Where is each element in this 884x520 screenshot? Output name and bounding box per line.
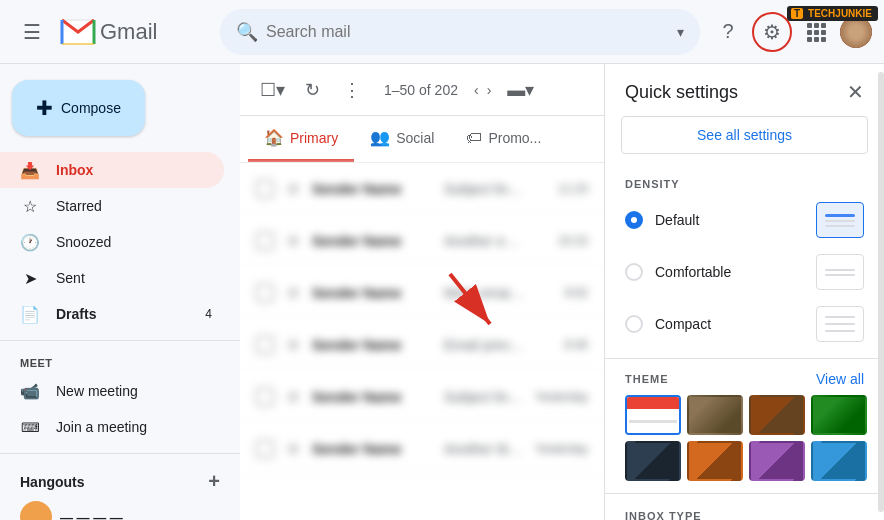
prev-page-button[interactable]: ‹ bbox=[474, 82, 479, 98]
sidebar-item-sent[interactable]: ➤ Sent bbox=[0, 260, 224, 296]
tab-social[interactable]: 👥 Social bbox=[354, 116, 450, 162]
density-comfortable-label: Comfortable bbox=[655, 264, 731, 280]
sent-label: Sent bbox=[56, 270, 85, 286]
search-icon: 🔍 bbox=[236, 21, 258, 43]
sidebar-item-new-meeting[interactable]: 📹 New meeting bbox=[0, 373, 224, 409]
preview-line-thin bbox=[825, 274, 855, 276]
starred-icon: ☆ bbox=[20, 197, 40, 216]
join-meeting-label: Join a meeting bbox=[56, 419, 147, 435]
gmail-m-icon bbox=[60, 14, 96, 50]
hangouts-avatar bbox=[20, 501, 52, 520]
density-compact-radio[interactable] bbox=[625, 315, 643, 333]
theme-line bbox=[629, 420, 677, 423]
tab-promotions[interactable]: 🏷 Promo... bbox=[450, 117, 557, 162]
email-row[interactable]: ☆ Sender Name Subject line preview text … bbox=[240, 371, 604, 423]
snoozed-label: Snoozed bbox=[56, 234, 111, 250]
help-button[interactable]: ? bbox=[708, 12, 748, 52]
density-comfortable-radio[interactable] bbox=[625, 263, 643, 281]
theme-top-bar bbox=[627, 397, 679, 409]
theme-body bbox=[627, 409, 679, 433]
email-row[interactable]: ☆ Sender Name Subject line preview text … bbox=[240, 163, 604, 215]
density-section-label: DENSITY bbox=[605, 170, 884, 194]
theme-green-thumb[interactable] bbox=[811, 395, 867, 435]
theme-dark-thumb[interactable] bbox=[625, 441, 681, 481]
snoozed-icon: 🕐 bbox=[20, 233, 40, 252]
email-row[interactable]: ☆ Sender Name Another email preview text… bbox=[240, 215, 604, 267]
techjunkie-badge: T TECHJUNKIE bbox=[787, 6, 878, 21]
theme-header: THEME View all bbox=[625, 371, 864, 387]
inbox-icon: 📥 bbox=[20, 161, 40, 180]
sidebar-item-starred[interactable]: ☆ Starred bbox=[0, 188, 224, 224]
sidebar-divider bbox=[0, 340, 240, 341]
hamburger-icon: ☰ bbox=[23, 20, 41, 44]
qs-divider bbox=[605, 358, 884, 359]
email-row[interactable]: ☆ Sender Name Another blurred email subj… bbox=[240, 423, 604, 475]
sent-icon: ➤ bbox=[20, 269, 40, 288]
density-default-radio[interactable] bbox=[625, 211, 643, 229]
sidebar-item-join-meeting[interactable]: ⌨ Join a meeting bbox=[0, 409, 224, 445]
drafts-label: Drafts bbox=[56, 306, 96, 322]
sidebar-item-inbox[interactable]: 📥 Inbox bbox=[0, 152, 224, 188]
search-input[interactable] bbox=[266, 23, 669, 41]
svg-rect-2 bbox=[821, 23, 826, 28]
preview-line-2 bbox=[825, 323, 855, 325]
hangouts-add-button[interactable]: + bbox=[208, 470, 220, 493]
sidebar: ✚ Compose 📥 Inbox ☆ Starred 🕐 Snoozed ➤ … bbox=[0, 64, 240, 520]
see-all-settings-button[interactable]: See all settings bbox=[621, 116, 868, 154]
svg-rect-1 bbox=[814, 23, 819, 28]
preview-line-3 bbox=[825, 330, 855, 332]
sidebar-divider-2 bbox=[0, 453, 240, 454]
new-meeting-label: New meeting bbox=[56, 383, 138, 399]
density-option-compact[interactable]: Compact bbox=[605, 298, 884, 350]
theme-orange-thumb[interactable] bbox=[687, 441, 743, 481]
apps-grid-icon bbox=[806, 22, 826, 42]
sidebar-item-snoozed[interactable]: 🕐 Snoozed bbox=[0, 224, 224, 260]
density-option-default[interactable]: Default bbox=[605, 194, 884, 246]
scrollbar[interactable] bbox=[878, 72, 884, 512]
theme-chess-thumb[interactable] bbox=[687, 395, 743, 435]
inbox-type-label: INBOX TYPE bbox=[605, 502, 884, 520]
more-options-button[interactable]: ⋮ bbox=[336, 74, 368, 106]
sidebar-item-drafts[interactable]: 📄 Drafts 4 bbox=[0, 296, 224, 332]
theme-grid bbox=[625, 395, 864, 481]
hangouts-username: — — — — bbox=[60, 510, 123, 521]
view-toggle-button[interactable]: ▬▾ bbox=[507, 79, 534, 101]
email-rows: ☆ Sender Name Subject line preview text … bbox=[240, 163, 604, 475]
quick-settings-close-button[interactable]: ✕ bbox=[847, 80, 864, 104]
settings-icon: ⚙ bbox=[763, 20, 781, 44]
email-row[interactable]: ☆ Sender Name More email content preview… bbox=[240, 267, 604, 319]
quick-settings-title: Quick settings bbox=[625, 82, 738, 103]
select-all-checkbox[interactable]: ☐▾ bbox=[256, 74, 288, 106]
hangouts-label: Hangouts bbox=[20, 474, 85, 490]
refresh-button[interactable]: ↻ bbox=[296, 74, 328, 106]
theme-blue-thumb[interactable] bbox=[811, 441, 867, 481]
theme-default-thumb[interactable] bbox=[625, 395, 681, 435]
svg-rect-6 bbox=[807, 37, 812, 42]
density-default-label: Default bbox=[655, 212, 699, 228]
svg-rect-3 bbox=[807, 30, 812, 35]
starred-label: Starred bbox=[56, 198, 102, 214]
tj-t-icon: T bbox=[791, 8, 803, 19]
next-page-button[interactable]: › bbox=[487, 82, 492, 98]
topbar: ☰ Gmail 🔍 ▾ ? ⚙ bbox=[0, 0, 884, 64]
search-bar[interactable]: 🔍 ▾ bbox=[220, 9, 700, 55]
preview-line-thin bbox=[825, 220, 855, 222]
view-all-themes-link[interactable]: View all bbox=[816, 371, 864, 387]
compose-button[interactable]: ✚ Compose bbox=[12, 80, 145, 136]
svg-rect-0 bbox=[807, 23, 812, 28]
theme-purple-thumb[interactable] bbox=[749, 441, 805, 481]
topbar-left: ☰ Gmail bbox=[12, 12, 212, 52]
svg-rect-5 bbox=[821, 30, 826, 35]
primary-tab-label: Primary bbox=[290, 130, 338, 146]
gmail-logo: Gmail bbox=[60, 14, 157, 50]
tab-primary[interactable]: 🏠 Primary bbox=[248, 116, 354, 162]
hamburger-menu-button[interactable]: ☰ bbox=[12, 12, 52, 52]
theme-nature-thumb[interactable] bbox=[749, 395, 805, 435]
hangouts-user-row: — — — — bbox=[20, 501, 220, 520]
density-comfortable-left: Comfortable bbox=[625, 263, 731, 281]
svg-rect-8 bbox=[821, 37, 826, 42]
email-row[interactable]: ☆ Sender Name Email preview text showing… bbox=[240, 319, 604, 371]
density-option-comfortable[interactable]: Comfortable bbox=[605, 246, 884, 298]
search-dropdown-icon[interactable]: ▾ bbox=[677, 24, 684, 40]
promotions-tab-label: Promo... bbox=[488, 130, 541, 146]
